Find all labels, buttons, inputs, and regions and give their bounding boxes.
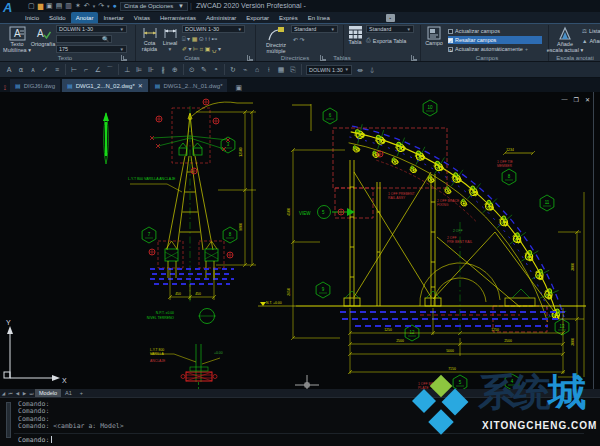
center-mark-icon[interactable]: ⊙ [186,64,198,76]
dim-tool-icon[interactable]: ▾ [187,35,190,43]
viewport-close-button[interactable]: ✕ [585,96,590,103]
document-tab[interactable]: ▤DWG1_2...N_02.dwg*✕ [62,79,148,92]
highlight-fields-checkbox[interactable]: ✓Resaltar campos [448,36,542,44]
dim-angular-icon[interactable]: ∠ [92,64,104,76]
single-text-icon[interactable]: ᴀ [27,64,39,76]
dim-tool-icon[interactable]: ▦ [192,35,198,43]
new-document-icon[interactable]: ▣ [235,84,242,92]
texto-dialog-launcher[interactable] [121,55,127,61]
spell-check-button[interactable]: A Ortografía [32,26,54,47]
ribbon-tab-insertar[interactable]: Insertar [98,12,128,23]
plot-icon[interactable]: ▥ [65,2,72,10]
dim-tool-icon[interactable]: ⊷ [211,35,217,43]
tolerance-icon[interactable]: ⊕ [169,64,181,76]
dim-aligned-icon[interactable]: ⌐ [80,64,92,76]
field-button[interactable]: Campo [424,26,444,46]
dim-tool-icon[interactable]: ⍿ [205,35,207,43]
ribbon-tab-en-l-nea[interactable]: En línea [303,12,335,23]
layout-tab-modelo[interactable]: Modelo [35,389,61,397]
dim-linear-icon[interactable]: ⊢ [68,64,80,76]
pin-icon[interactable]: ⟟ [0,84,10,92]
drawing-viewport[interactable]: 7836108119121354125012502500250050007150… [0,92,600,389]
ribbon-tab-vistas[interactable]: Vistas [129,12,155,23]
mleader-button[interactable]: Directriz múltiple [263,26,289,54]
ribbon-tab-expr-s[interactable]: Exprés [274,12,303,23]
table-style-combo[interactable]: Standard▼ [366,25,414,33]
dim-tool-icon[interactable]: ⍿ [208,35,210,43]
mleader-add-icon[interactable]: ⌂ [251,64,263,76]
layout-nav-icon[interactable]: ⏮ [7,391,14,396]
annotation-scale-icon[interactable]: ⏛ [354,64,366,76]
viewport-minimize-button[interactable]: — [562,96,568,103]
dim-tool-icon[interactable]: ↶ [293,36,298,44]
dim-tool-icon[interactable]: ⊨ [193,45,198,53]
scale-list-icon[interactable]: ⍙ [366,64,378,76]
ribbon-tab-administrar[interactable]: Administrar [201,12,241,23]
preview-icon[interactable]: ✶ [75,2,81,10]
dim-tool-icon[interactable]: ▣ [205,45,211,53]
online-icon[interactable]: ● [113,2,117,10]
ribbon-tab-anotar[interactable]: Anotar [71,12,99,23]
ribbon-tab-exportar[interactable]: Exportar [241,12,274,23]
layout-nav-icon[interactable]: ◀ [14,391,21,396]
dim-ordinate-icon[interactable]: ⊥ [121,64,133,76]
mtext-button[interactable]: A Texto Multilínea ▾ [3,26,31,53]
ribbon-mode-combo[interactable]: Cinta de Opciones ▼ [120,2,188,11]
dim-baseline-icon[interactable]: ⊫ [133,64,145,76]
mleader-icon[interactable]: ⌁ [239,64,251,76]
save-icon[interactable]: ▣ [46,2,53,10]
layout-tab-a1[interactable]: A1 [61,389,76,397]
dim-tool-icon[interactable]: ✐ [182,45,187,53]
export-table-button[interactable]: ⎙ Exporta Tabla [366,37,406,44]
quick-dim-button[interactable]: Cota rápida [139,26,160,52]
text-height-combo[interactable]: 175▼ [56,45,127,53]
document-tab[interactable]: ▤DIGJ6I.dwg [10,79,60,92]
close-icon[interactable]: ✕ [138,82,143,89]
dim-break-icon[interactable]: ∦ [157,64,169,76]
auto-update-checkbox[interactable]: ↻Actualizar automáticamente + [448,45,542,53]
tablas-dialog-launcher[interactable] [411,55,417,61]
text-search-box[interactable]: 🔍 [56,35,112,43]
open-folder-icon[interactable]: ▆ [38,2,43,10]
dim-tool-icon[interactable]: ⍗ [182,35,186,43]
dim-radius-icon[interactable]: ⌒ [104,64,116,76]
dim-style-combo[interactable]: DOLWIN 1-30▼ [182,25,245,33]
new-file-icon[interactable]: ▢ [28,2,35,10]
viewport-restore-button[interactable]: ❐ [574,96,579,103]
panel-toggle-icon[interactable]: ▪ [386,14,395,22]
dim-continue-icon[interactable]: ⊪ [145,64,157,76]
add-scale-button[interactable]: Añade escala actual ▾ [551,26,579,53]
update-fields-checkbox[interactable]: Actualizar campos [448,27,542,35]
layout-tab-+[interactable]: + [76,389,87,397]
undo-icon[interactable]: ↶ [84,2,90,10]
dim-tool-icon[interactable]: ▾ [218,45,221,53]
dim-tool-icon[interactable]: ⌗ [200,45,203,53]
dim-edit-icon[interactable]: ✎ [198,64,210,76]
text-align-icon[interactable]: ≡ [51,64,63,76]
toolbar-dimstyle-combo[interactable]: DOLWIN 1:30▼ [306,65,352,75]
command-window[interactable]: Comando:Comando:Comando:Comando: <cambia… [0,397,600,446]
dim-tool-icon[interactable]: ▾ [189,45,192,53]
chevron-down-icon[interactable]: ▾ [93,3,96,9]
redo-icon[interactable]: ↷ [98,2,104,10]
table-button[interactable]: Tabla [347,26,363,45]
save-as-icon[interactable]: ▤ [56,2,63,10]
linear-dim-button[interactable]: Lineal ▾ [161,26,179,52]
text-style-combo[interactable]: DOLWIN 1-30▼ [56,25,127,33]
spell-icon[interactable]: ✓ [39,64,51,76]
chevron-down-icon[interactable]: ▾ [107,3,110,9]
cotas-dialog-launcher[interactable] [247,55,253,61]
ribbon-tab-inicio[interactable]: Inicio [20,12,44,23]
ribbon-tab-s-lido[interactable]: Sólido [44,12,71,23]
mtext-icon[interactable]: ⍺ [15,64,27,76]
scale-list-button[interactable]: ⚖ Lista de [582,28,600,34]
command-input[interactable]: Comando: [18,436,52,444]
layout-nav-icon[interactable]: ▶ [21,391,28,396]
mleader-style-combo[interactable]: Standard▼ [291,25,338,33]
text-style-icon[interactable]: A [3,64,15,76]
field-icon[interactable]: ⎘ [287,64,299,76]
layout-nav-icon[interactable]: ⏭ [28,391,35,396]
dim-update-icon[interactable]: ↻ [227,64,239,76]
document-tab[interactable]: ▤DWG1_2...N_01.dwg* [150,79,228,92]
dim-tool-icon[interactable]: ⊙ [199,35,204,43]
